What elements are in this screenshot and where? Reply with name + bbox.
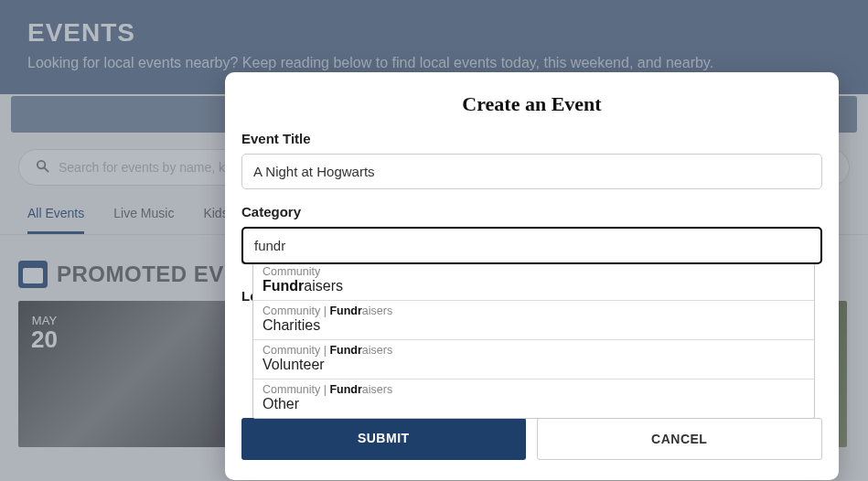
- dropdown-item-charities[interactable]: Community | Fundraisers Charities: [253, 301, 814, 340]
- cancel-button[interactable]: CANCEL: [537, 418, 823, 460]
- dropdown-item-fundraisers[interactable]: Community Fundraisers: [253, 262, 814, 301]
- submit-button[interactable]: SUBMIT: [241, 418, 526, 460]
- dropdown-breadcrumb: Community | Fundraisers: [263, 383, 805, 396]
- modal-title: Create an Event: [241, 92, 822, 116]
- dropdown-item-volunteer[interactable]: Community | Fundraisers Volunteer: [253, 340, 814, 379]
- modal-buttons: SUBMIT CANCEL: [241, 418, 822, 460]
- dropdown-main: Other: [263, 396, 805, 412]
- dropdown-breadcrumb: Community | Fundraisers: [263, 344, 805, 357]
- dropdown-main: Volunteer: [263, 357, 805, 373]
- category-field: Category Lo Community Fundraisers Commun…: [241, 204, 822, 264]
- event-title-input[interactable]: [241, 154, 822, 189]
- dropdown-item-other[interactable]: Community | Fundraisers Other: [253, 379, 814, 418]
- category-input[interactable]: [241, 227, 822, 264]
- dropdown-main: Charities: [263, 317, 805, 334]
- category-dropdown: Community Fundraisers Community | Fundra…: [252, 261, 815, 419]
- event-title-field: Event Title: [241, 131, 822, 189]
- dropdown-main: Fundraisers: [263, 278, 805, 294]
- dropdown-breadcrumb: Community: [263, 265, 805, 278]
- dropdown-breadcrumb: Community | Fundraisers: [263, 305, 805, 317]
- create-event-modal: Create an Event Event Title Category Lo …: [225, 72, 839, 480]
- category-label: Category: [241, 204, 822, 219]
- event-title-label: Event Title: [241, 131, 822, 146]
